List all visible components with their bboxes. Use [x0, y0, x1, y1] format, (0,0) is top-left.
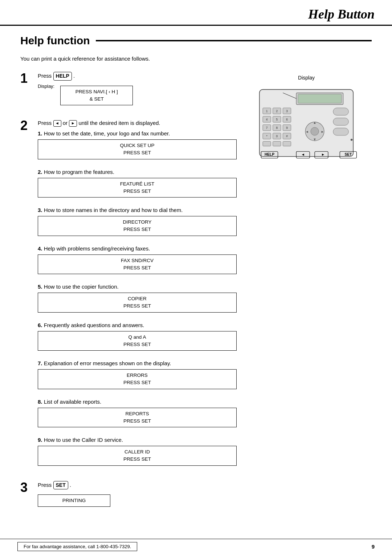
list-item: 4. Help with problems sending/receiving … [38, 245, 237, 280]
step-3-content: Press SET . PRINTING [38, 481, 237, 512]
display-box-2: FEATURÉ LIST PRESS SET [38, 178, 237, 198]
list-item: 9. How to use the Caller ID service. CAL… [38, 436, 237, 471]
step-3-text: Press SET . [38, 481, 237, 490]
svg-text:▼: ▼ [313, 138, 317, 141]
svg-rect-32 [333, 118, 348, 125]
list-item: 1. How to set the date, time, your logo … [38, 130, 237, 164]
set-key: SET [53, 481, 68, 490]
svg-point-48 [351, 139, 353, 141]
svg-text:SET: SET [345, 152, 352, 156]
device-diagram: Display 1 2 3 [248, 75, 364, 171]
step-1-block: 1 Press HELP . Display: PRESS NAVI.[ ‹ H… [20, 72, 237, 113]
display-box-6: Q and A PRESS SET [38, 331, 237, 351]
display-box-1: QUICK SET UP PRESS SET [38, 139, 237, 159]
list-item: 3. How to store names in the directory a… [38, 206, 237, 241]
display-label: Display [248, 75, 364, 81]
svg-text:0: 0 [276, 134, 278, 138]
svg-text:7: 7 [266, 126, 268, 130]
display-box-7: ERRORS PRESS SET [38, 369, 237, 389]
svg-text:1: 1 [266, 109, 268, 113]
footer-note: For fax advantage assistance, call 1-800… [17, 542, 137, 551]
display-box-3: DIRECTORY PRESS SET [38, 216, 237, 236]
page-footer: For fax advantage assistance, call 1-800… [0, 539, 392, 554]
list-item: 7. Explanation of error messages shown o… [38, 359, 237, 394]
svg-rect-33 [333, 128, 348, 135]
step-1-number: 1 [20, 72, 33, 85]
display-label: Display: [38, 83, 54, 89]
svg-text:#: # [286, 134, 288, 138]
svg-text:▲: ▲ [313, 121, 317, 125]
steps-area: 1 Press HELP . Display: PRESS NAVI.[ ‹ H… [20, 72, 372, 518]
step-1-content: Press HELP . Display: PRESS NAVI.[ ‹ H ]… [38, 72, 237, 113]
step-2-block: 2 Press ◄ or ► until the desired item is… [20, 119, 237, 474]
step-2-text: Press ◄ or ► until the desired item is d… [38, 119, 237, 127]
right-arrow-icon: ► [69, 120, 77, 127]
svg-text:9: 9 [286, 126, 288, 130]
svg-text:8: 8 [276, 126, 278, 130]
svg-point-35 [311, 127, 319, 135]
page-number: 9 [372, 543, 375, 550]
sub-items-list: 1. How to set the date, time, your logo … [38, 130, 237, 471]
device-svg: 1 2 3 4 5 6 7 8 9 [248, 83, 364, 170]
step-1-display-box: PRESS NAVI.[ ‹ H ] & SET [60, 86, 133, 106]
step-2-number: 2 [20, 119, 33, 132]
left-arrow-icon: ◄ [53, 120, 61, 127]
step-3-number: 3 [20, 481, 33, 494]
help-key: HELP [53, 72, 72, 81]
step-3-display-box: PRINTING [38, 494, 110, 507]
step-1-display-row: Display: PRESS NAVI.[ ‹ H ] & SET [38, 83, 237, 111]
display-box-9: CALLER ID PRESS SET [38, 446, 237, 466]
list-item: 5. How to use the copier function. COPIE… [38, 283, 237, 318]
display-box-4: FAX SND/RCV PRESS SET [38, 254, 237, 274]
svg-text:2: 2 [276, 109, 278, 113]
steps-right: Display 1 2 3 [248, 72, 372, 518]
svg-text:3: 3 [286, 109, 288, 113]
step-3-block: 3 Press SET . PRINTING [20, 481, 237, 512]
step-2-content: Press ◄ or ► until the desired item is d… [38, 119, 237, 474]
svg-text:HELP: HELP [265, 152, 274, 156]
list-item: 8. List of available reports. REPORTS PR… [38, 398, 237, 433]
main-content: Help function You can print a quick refe… [0, 26, 392, 547]
svg-rect-28 [263, 142, 271, 146]
display-box-5: COPIER PRESS SET [38, 293, 237, 313]
svg-text:►: ► [321, 152, 325, 156]
svg-text:◄: ◄ [301, 152, 305, 156]
steps-left: 1 Press HELP . Display: PRESS NAVI.[ ‹ H… [20, 72, 248, 518]
svg-rect-31 [333, 108, 348, 115]
svg-text:►: ► [321, 130, 324, 134]
display-box-8: REPORTS PRESS SET [38, 408, 237, 428]
svg-rect-2 [298, 94, 342, 103]
svg-rect-30 [283, 142, 291, 146]
page-title: Help Button [308, 7, 375, 21]
intro-text: You can print a quick reference for assi… [20, 56, 372, 62]
svg-rect-29 [273, 142, 281, 146]
list-item: 2. How to program the features. FEATURÉ … [38, 168, 237, 203]
page-header: Help Button [0, 0, 392, 26]
svg-text:◄: ◄ [305, 130, 309, 134]
list-item: 6. Frequently asked questions and answer… [38, 321, 237, 356]
section-title: Help function [20, 34, 372, 47]
step-1-text: Press HELP . [38, 72, 237, 81]
svg-text:6: 6 [286, 118, 288, 121]
svg-text:4: 4 [266, 118, 268, 121]
svg-text:5: 5 [276, 118, 278, 121]
